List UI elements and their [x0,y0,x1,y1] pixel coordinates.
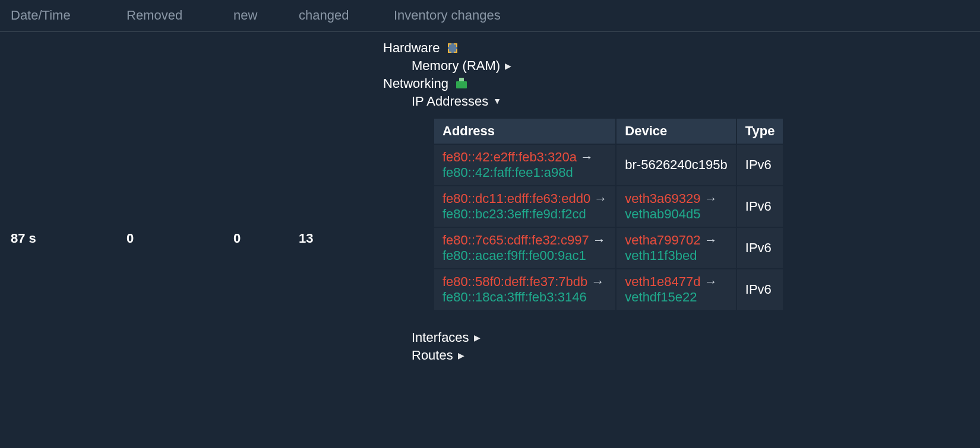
chevron-right-icon: ▶ [458,351,464,360]
table-row: fe80::42:e2ff:feb3:320a →fe80::42:faff:f… [434,144,783,186]
table-row: fe80::dc11:edff:fe63:edd0 →fe80::bc23:3e… [434,186,783,227]
ip-addresses-table: Address Device Type fe80::42:e2ff:feb3:3… [433,117,784,311]
memory-label: Memory (RAM) [412,58,500,74]
chevron-down-icon: ▼ [493,96,501,106]
subcategory-interfaces[interactable]: Interfaces ▶ [412,330,980,345]
header-new[interactable]: new [223,8,288,23]
table-row: fe80::58f0:deff:fe37:7bdb →fe80::18ca:3f… [434,269,783,310]
network-card-icon [454,77,469,91]
chevron-right-icon: ▶ [474,333,480,342]
subcategory-routes[interactable]: Routes ▶ [412,348,980,363]
cell-address: fe80::58f0:deff:fe37:7bdb →fe80::18ca:3f… [434,269,616,310]
inventory-row: 87 s 0 0 13 Hardware Memory (RAM) ▶ Netw… [0,32,980,363]
ip-addresses-tbody: fe80::42:e2ff:feb3:320a →fe80::42:faff:f… [434,144,783,310]
header-removed[interactable]: Removed [116,8,223,23]
chip-icon [445,41,460,55]
col-type: Type [736,118,784,144]
cell-type: IPv6 [736,227,784,269]
subcategory-ip-addresses[interactable]: IP Addresses ▼ [412,94,980,109]
table-header-row: Address Device Type [434,118,783,144]
cell-device: veth3a69329 →vethab904d5 [616,186,736,227]
cell-address: fe80::dc11:edff:fe63:edd0 →fe80::bc23:3e… [434,186,616,227]
col-address: Address [434,118,616,144]
cell-device: veth1e8477d →vethdf15e22 [616,269,736,310]
table-header: Date/Time Removed new changed Inventory … [0,0,980,32]
table-row: fe80::7c65:cdff:fe32:c997 →fe80::acae:f9… [434,227,783,269]
header-inventory-changes[interactable]: Inventory changes [383,8,980,23]
header-changed[interactable]: changed [288,8,383,23]
cell-datetime: 87 s [0,38,116,246]
cell-device: br-5626240c195b [616,144,736,186]
header-datetime[interactable]: Date/Time [0,8,116,23]
hardware-label: Hardware [383,40,440,56]
cell-type: IPv6 [736,144,784,186]
cell-device: vetha799702 →veth11f3bed [616,227,736,269]
cell-type: IPv6 [736,269,784,310]
cell-address: fe80::42:e2ff:feb3:320a →fe80::42:faff:f… [434,144,616,186]
networking-label: Networking [383,76,448,91]
interfaces-label: Interfaces [412,330,469,345]
cell-new: 0 [223,38,288,246]
category-hardware[interactable]: Hardware [383,40,980,56]
ip-addresses-label: IP Addresses [412,94,488,109]
chevron-right-icon: ▶ [505,61,511,71]
inventory-changes-panel: Hardware Memory (RAM) ▶ Networking IP Ad… [383,38,980,363]
cell-type: IPv6 [736,186,784,227]
cell-address: fe80::7c65:cdff:fe32:c997 →fe80::acae:f9… [434,227,616,269]
routes-label: Routes [412,348,453,363]
cell-removed: 0 [116,38,223,246]
col-device: Device [616,118,736,144]
category-networking[interactable]: Networking [383,76,980,91]
subcategory-memory[interactable]: Memory (RAM) ▶ [412,58,980,74]
cell-changed: 13 [288,38,383,246]
